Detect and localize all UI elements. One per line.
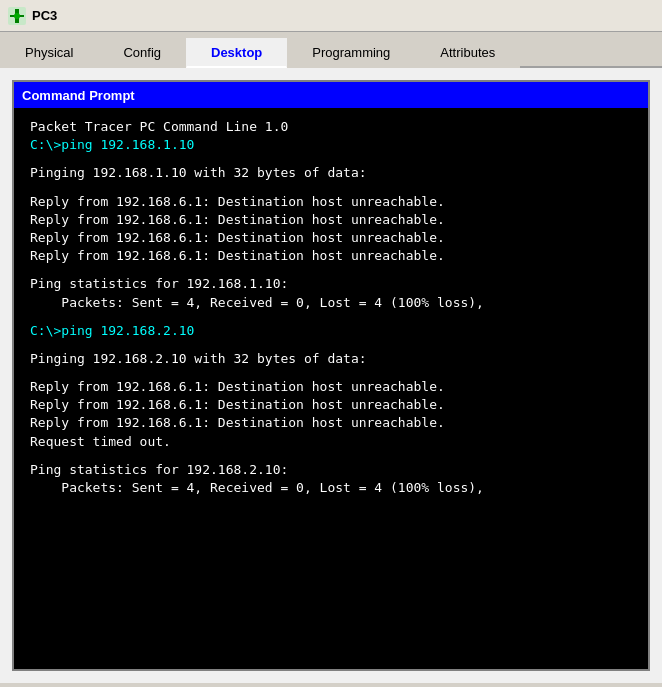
tab-attributes[interactable]: Attributes: [415, 38, 520, 68]
tab-physical[interactable]: Physical: [0, 38, 98, 68]
cmd-line: Reply from 192.168.6.1: Destination host…: [30, 378, 632, 396]
tab-desktop[interactable]: Desktop: [186, 38, 287, 68]
cmd-line: Ping statistics for 192.168.1.10:: [30, 275, 632, 293]
cmd-spacer: [30, 451, 632, 461]
cmd-line: Packet Tracer PC Command Line 1.0: [30, 118, 632, 136]
cmd-line: Pinging 192.168.1.10 with 32 bytes of da…: [30, 164, 632, 182]
cmd-title-text: Command Prompt: [22, 88, 135, 103]
cmd-line: Reply from 192.168.6.1: Destination host…: [30, 247, 632, 265]
cmd-line: Request timed out.: [30, 433, 632, 451]
cmd-title-bar: Command Prompt: [14, 82, 648, 108]
cmd-line: Ping statistics for 192.168.2.10:: [30, 461, 632, 479]
cmd-spacer: [30, 183, 632, 193]
cmd-line: Reply from 192.168.6.1: Destination host…: [30, 414, 632, 432]
cmd-line: C:\>ping 192.168.2.10: [30, 322, 632, 340]
cmd-line: Reply from 192.168.6.1: Destination host…: [30, 193, 632, 211]
cmd-spacer: [30, 265, 632, 275]
cmd-line: C:\>ping 192.168.1.10: [30, 136, 632, 154]
cmd-line: Pinging 192.168.2.10 with 32 bytes of da…: [30, 350, 632, 368]
cmd-line: Packets: Sent = 4, Received = 0, Lost = …: [30, 294, 632, 312]
app-icon: [8, 7, 26, 25]
svg-point-3: [14, 13, 20, 19]
title-bar: PC3: [0, 0, 662, 32]
cmd-line: Reply from 192.168.6.1: Destination host…: [30, 211, 632, 229]
cmd-spacer: [30, 340, 632, 350]
command-prompt-window: Command Prompt Packet Tracer PC Command …: [12, 80, 650, 671]
cmd-line: Packets: Sent = 4, Received = 0, Lost = …: [30, 479, 632, 497]
cmd-line: Reply from 192.168.6.1: Destination host…: [30, 229, 632, 247]
cmd-spacer: [30, 312, 632, 322]
cmd-spacer: [30, 154, 632, 164]
tab-config[interactable]: Config: [98, 38, 186, 68]
window-title: PC3: [32, 8, 57, 23]
cmd-line: Reply from 192.168.6.1: Destination host…: [30, 396, 632, 414]
main-content: Command Prompt Packet Tracer PC Command …: [0, 68, 662, 683]
cmd-spacer: [30, 368, 632, 378]
cmd-body[interactable]: Packet Tracer PC Command Line 1.0C:\>pin…: [14, 108, 648, 669]
tab-programming[interactable]: Programming: [287, 38, 415, 68]
tab-bar: Physical Config Desktop Programming Attr…: [0, 32, 662, 68]
